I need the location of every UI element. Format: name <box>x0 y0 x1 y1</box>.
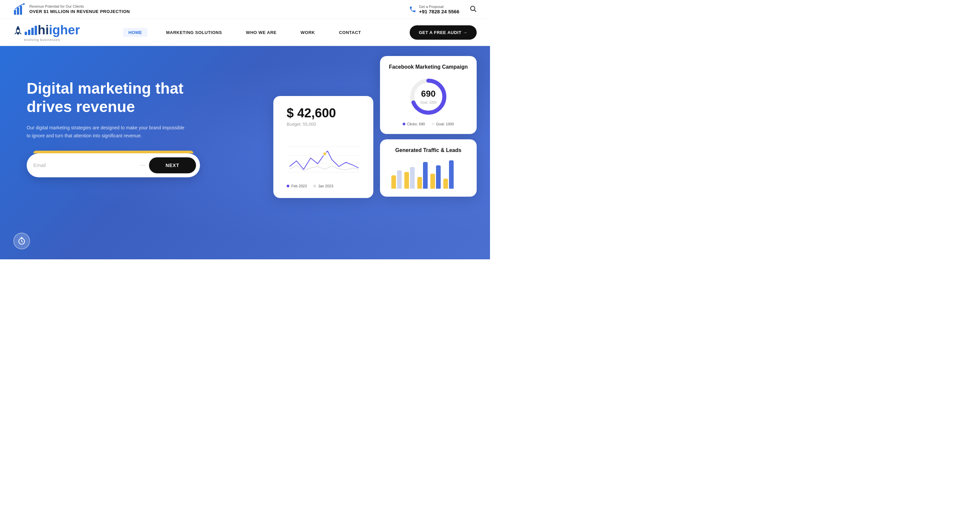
fb-dot-goal <box>432 123 434 125</box>
bar-yellow-2 <box>404 172 409 189</box>
phone-block: Get a Proposal: +91 7828 24 5566 <box>409 5 459 14</box>
rocket-icon <box>13 25 23 36</box>
nav-link-work[interactable]: WORK <box>295 28 320 37</box>
top-bar-right: Get a Proposal: +91 7828 24 5566 <box>409 5 477 14</box>
bar-group-2 <box>404 167 415 189</box>
bar-group-1 <box>391 170 402 189</box>
bar-blue-3 <box>423 162 428 189</box>
timer-icon <box>18 237 26 245</box>
svg-rect-2 <box>20 6 22 15</box>
svg-point-3 <box>23 3 25 5</box>
nav-item-whoweare[interactable]: WHO WE ARE <box>241 29 282 35</box>
nav-item-work[interactable]: WORK <box>295 29 320 35</box>
hero-title: Digital marketing that drives revenue <box>27 80 227 116</box>
legend-dot-feb <box>287 185 290 187</box>
svg-point-6 <box>17 30 19 32</box>
donut-center: 690 Goal: 1000 <box>420 89 437 105</box>
wave-chart-svg <box>287 133 360 180</box>
svg-line-5 <box>474 10 476 12</box>
bar-yellow-4 <box>430 173 435 189</box>
revenue-chart-icon <box>13 3 25 15</box>
fb-legend: Clicks: 690 Goal: 1000 <box>388 122 469 126</box>
next-button[interactable]: NEXT <box>149 158 196 173</box>
email-input[interactable] <box>33 160 136 171</box>
phone-text: Get a Proposal: +91 7828 24 5566 <box>419 5 459 14</box>
logo-subtitle: evolving businesses <box>24 38 60 42</box>
fb-legend-clicks: Clicks: 690 <box>402 122 425 126</box>
bar-group-3 <box>417 162 428 189</box>
nav-item-marketing[interactable]: MARKETING SOLUTIONS <box>161 29 228 35</box>
traffic-card-title: Generated Traffic & Leads <box>388 147 469 153</box>
bar-light-1 <box>397 170 402 189</box>
bar-light-2 <box>410 167 415 189</box>
revenue-amount: $ 42,600 <box>287 106 360 120</box>
dots-icon: ··· <box>140 162 145 169</box>
donut-chart: 690 Goal: 1000 <box>408 77 448 117</box>
legend-dot-jan <box>313 185 316 187</box>
revenue-text: Revenue Potential for Our Clients OVER $… <box>29 4 130 14</box>
logo: h i i g h e r evolving businesses <box>13 23 80 42</box>
bar-yellow-5 <box>443 179 448 189</box>
navbar: h i i g h e r evolving businesses HOME M… <box>0 19 490 46</box>
nav-link-home[interactable]: HOME <box>123 28 147 37</box>
nav-item-contact[interactable]: CONTACT <box>334 29 366 35</box>
email-form: ··· NEXT <box>27 153 200 177</box>
svg-point-11 <box>323 152 326 155</box>
nav-link-marketing[interactable]: MARKETING SOLUTIONS <box>161 28 228 37</box>
legend-feb: Feb 2023 <box>287 184 307 188</box>
hero-section: Digital marketing that drives revenue Ou… <box>0 46 490 259</box>
donut-value: 690 <box>420 89 437 99</box>
hero-content: Digital marketing that drives revenue Ou… <box>27 80 227 177</box>
bar-blue-4 <box>436 166 441 189</box>
bottom-timer-icon <box>13 233 30 249</box>
audit-button[interactable]: GET A FREE AUDIT → <box>410 25 477 40</box>
traffic-bar-chart <box>388 159 469 189</box>
card-facebook: Facebook Marketing Campaign 690 Goal: 10… <box>380 56 477 134</box>
nav-item-home[interactable]: HOME <box>123 29 147 35</box>
svg-rect-0 <box>14 10 16 15</box>
card-revenue: $ 42,600 Budget: 55,000 <box>273 96 373 198</box>
card-traffic: Generated Traffic & Leads <box>380 139 477 197</box>
donut-goal: Goal: 1000 <box>420 101 437 104</box>
logo-bar-icon <box>25 25 37 35</box>
nav-link-whoweare[interactable]: WHO WE ARE <box>241 28 282 37</box>
svg-rect-1 <box>17 8 19 15</box>
bar-yellow-1 <box>391 175 396 189</box>
right-cards: Facebook Marketing Campaign 690 Goal: 10… <box>380 56 477 198</box>
phone-icon <box>409 6 416 13</box>
top-bar: Revenue Potential for Our Clients OVER $… <box>0 0 490 19</box>
revenue-block: Revenue Potential for Our Clients OVER $… <box>13 3 130 15</box>
nav-links: HOME MARKETING SOLUTIONS WHO WE ARE WORK… <box>123 29 366 35</box>
revenue-budget: Budget: 55,000 <box>287 122 360 127</box>
hero-description: Our digital marketing strategies are des… <box>27 124 187 140</box>
hero-cards: $ 42,600 Budget: 55,000 <box>273 56 477 198</box>
bar-group-4 <box>430 166 441 189</box>
donut-wrapper: 690 Goal: 1000 <box>388 77 469 117</box>
bar-blue-5 <box>449 160 453 189</box>
svg-point-4 <box>471 6 475 10</box>
bar-yellow-3 <box>417 177 422 189</box>
wave-chart-area <box>287 133 360 180</box>
nav-link-contact[interactable]: CONTACT <box>334 28 366 37</box>
revenue-label: Revenue Potential for Our Clients <box>29 4 130 8</box>
chart-legend: Feb 2023 Jan 2023 <box>287 184 360 188</box>
search-icon <box>469 5 477 12</box>
bar-group-5 <box>443 160 453 189</box>
fb-card-title: Facebook Marketing Campaign <box>388 64 469 70</box>
legend-jan: Jan 2023 <box>313 184 333 188</box>
fb-legend-goal: Goal: 1000 <box>432 122 454 126</box>
search-button[interactable] <box>469 5 477 14</box>
fb-dot-clicks <box>402 123 405 125</box>
revenue-value: OVER $1 MILLION IN REVENUE PROJECTION <box>29 9 130 14</box>
